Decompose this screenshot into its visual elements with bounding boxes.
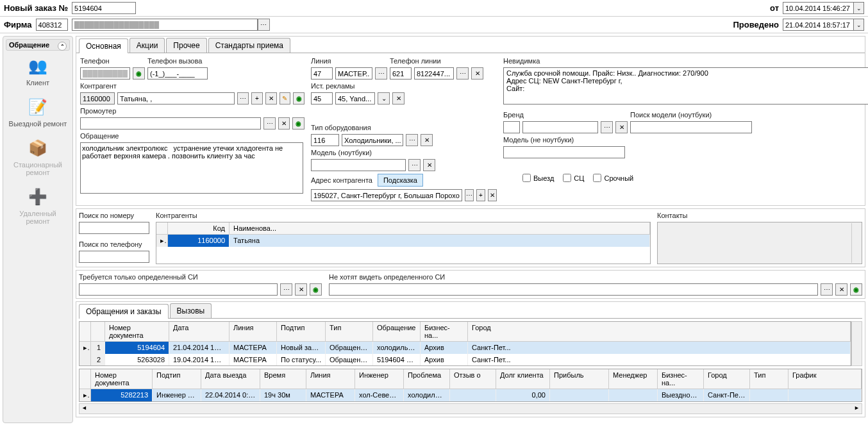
checkbox-sc[interactable]: СЦ [563, 174, 584, 182]
model-nb-clear-button[interactable]: ✕ [423, 159, 435, 171]
firm-name-input[interactable] [72, 19, 258, 31]
col-subtype[interactable]: Подтип [277, 322, 326, 341]
col-code[interactable]: Код [168, 222, 230, 234]
line-phone-clear-button[interactable]: ✕ [471, 67, 483, 80]
ad-source-dropdown-button[interactable]: ⌄ [378, 92, 390, 105]
promoter-action-button[interactable]: ◉ [292, 117, 305, 130]
sidebar-item-client[interactable]: 👥 Клиент [6, 51, 70, 92]
col-business[interactable]: Бизнес-на... [658, 369, 704, 389]
model-search-input[interactable] [630, 121, 752, 133]
ad-source-clear-button[interactable]: ✕ [392, 92, 405, 105]
table-row[interactable]: ▸ 1 5194604 21.04.2014 18:57 МАСТЕРА Нов… [79, 342, 851, 354]
line-code-input[interactable] [311, 67, 333, 80]
col-engineer[interactable]: Инженер [355, 369, 404, 389]
phone-action-button[interactable]: ◉ [133, 67, 145, 80]
checkbox-visit[interactable]: Выезд [522, 174, 554, 182]
brand-lookup-button[interactable]: ⋯ [601, 121, 613, 133]
tab-main[interactable]: Основная [79, 38, 128, 53]
col-business[interactable]: Бизнес-на... [421, 322, 468, 341]
order-number-input[interactable] [72, 2, 136, 14]
col-date[interactable]: Дата [169, 322, 230, 341]
address-add-button[interactable]: + [476, 189, 485, 201]
required-si-input[interactable] [79, 283, 278, 296]
address-lookup-button[interactable]: ⋯ [465, 189, 474, 201]
counterparties-grid[interactable]: Код Наименова... ▸ 1160000 Татьяна [156, 222, 651, 264]
appeals-grid[interactable]: Номер документа Дата Линия Подтип Тип Об… [79, 321, 851, 366]
equip-lookup-button[interactable]: ⋯ [406, 134, 418, 146]
posted-date-dropdown[interactable]: ⌄ [853, 19, 864, 31]
required-si-lookup-button[interactable]: ⋯ [280, 283, 292, 296]
ad-source-code-input[interactable] [311, 92, 333, 105]
line-phone-lookup-button[interactable]: ⋯ [456, 67, 469, 80]
brand-clear-button[interactable]: ✕ [615, 121, 628, 133]
col-appeal[interactable]: Обращение [373, 322, 421, 341]
equip-code-input[interactable] [311, 134, 339, 146]
from-date-dropdown[interactable]: ⌄ [853, 2, 864, 14]
counterparty-add-button[interactable]: + [251, 92, 263, 105]
model-nnb-input[interactable] [503, 146, 625, 158]
col-line[interactable]: Линия [306, 369, 355, 389]
cell-code[interactable]: 1160000 [168, 235, 230, 247]
tab-standards[interactable]: Стандарты приема [208, 38, 290, 53]
counterparty-name-input[interactable] [117, 92, 235, 105]
refuse-si-lookup-button[interactable]: ⋯ [821, 283, 833, 296]
counterparty-clear-button[interactable]: ✕ [265, 92, 277, 105]
col-problem[interactable]: Проблема [404, 369, 450, 389]
model-nb-lookup-button[interactable]: ⋯ [408, 159, 421, 171]
counterparty-edit-button[interactable]: ✎ [280, 92, 291, 105]
tab-other[interactable]: Прочее [166, 38, 206, 53]
col-doc-number[interactable]: Номер документа [105, 322, 169, 341]
scrollbar[interactable] [851, 223, 861, 263]
sidebar-collapse-button[interactable]: ⌃ [58, 42, 67, 51]
col-doc-number[interactable]: Номер документа [91, 369, 153, 389]
col-city[interactable]: Город [468, 322, 851, 341]
promoter-lookup-button[interactable]: ⋯ [263, 117, 276, 130]
col-visit-date[interactable]: Дата выезда [201, 369, 260, 389]
refuse-si-clear-button[interactable]: ✕ [835, 283, 847, 296]
sidebar-item-remote[interactable]: ➕ Удаленный ремонт [6, 181, 70, 230]
phone-input[interactable] [80, 67, 130, 80]
counterparty-refresh-button[interactable]: ◉ [293, 92, 305, 105]
required-si-clear-button[interactable]: ✕ [295, 283, 307, 296]
refuse-si-input[interactable] [329, 283, 818, 296]
brand-name-input[interactable] [522, 121, 598, 133]
col-line[interactable]: Линия [230, 322, 277, 341]
promoter-clear-button[interactable]: ✕ [278, 117, 290, 130]
col-type[interactable]: Тип [750, 369, 789, 389]
refuse-si-action-button[interactable]: ◉ [850, 283, 862, 296]
sidebar-item-onsite[interactable]: 📝 Выездной ремонт [6, 92, 70, 133]
col-debt[interactable]: Долг клиента [496, 369, 550, 389]
address-input[interactable] [311, 189, 462, 201]
search-by-phone-input[interactable] [79, 251, 149, 263]
ad-source-name-input[interactable] [335, 92, 375, 105]
table-row[interactable]: ▸ 5282213 Инженер н... 22.04.2014 0:00 1… [79, 389, 862, 401]
tab-appeals-orders[interactable]: Обращения и заказы [79, 304, 169, 319]
sidebar-item-stationary[interactable]: 📦 Стационарный ремонт [6, 133, 70, 181]
firm-lookup-button[interactable]: ⋯ [258, 19, 270, 31]
line-name-input[interactable] [335, 67, 372, 80]
promoter-input[interactable] [80, 117, 261, 130]
appeal-textarea[interactable] [80, 142, 303, 194]
cell-name[interactable]: Татьяна [230, 235, 650, 247]
engineers-grid[interactable]: Номер документа Подтип Дата выезда Время… [79, 369, 862, 402]
col-subtype[interactable]: Подтип [153, 369, 201, 389]
line-phone-input[interactable] [414, 67, 454, 80]
checkbox-urgent[interactable]: Срочный [593, 174, 633, 182]
equip-name-input[interactable] [342, 134, 403, 146]
scrollbar[interactable] [851, 321, 862, 366]
firm-code-input[interactable] [36, 19, 68, 31]
model-nb-input[interactable] [311, 159, 406, 171]
from-date-input[interactable] [783, 2, 853, 14]
col-name[interactable]: Наименова... [230, 222, 650, 234]
col-type[interactable]: Тип [326, 322, 373, 341]
col-schedule[interactable]: График [789, 369, 862, 389]
posted-date-input[interactable] [783, 19, 853, 31]
table-row[interactable]: 2 5263028 19.04.2014 15:25 МАСТЕРА По ст… [79, 354, 851, 365]
line-lookup-button[interactable]: ⋯ [375, 67, 387, 80]
call-phone-input[interactable] [147, 67, 208, 80]
hint-button[interactable]: Подсказка [378, 174, 423, 187]
col-feedback[interactable]: Отзыв о [450, 369, 496, 389]
search-by-number-input[interactable] [79, 222, 149, 234]
col-manager[interactable]: Менеджер [609, 369, 658, 389]
address-clear-button[interactable]: ✕ [488, 189, 497, 201]
